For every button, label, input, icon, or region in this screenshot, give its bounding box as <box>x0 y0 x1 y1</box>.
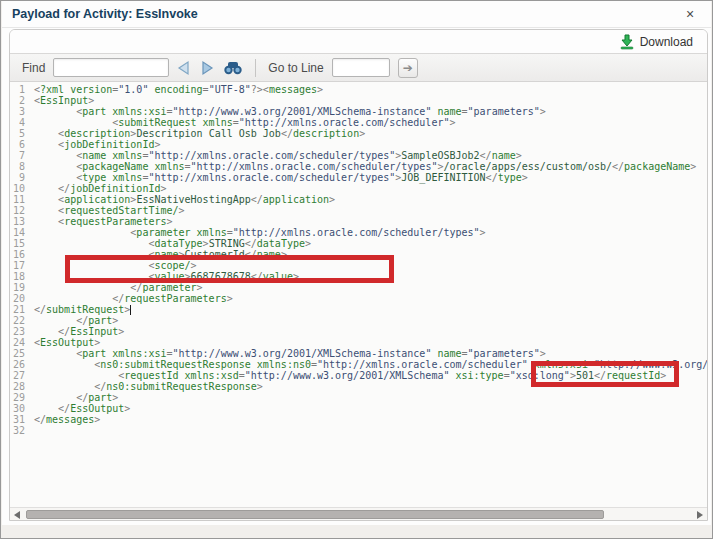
line-number: 15 <box>10 238 25 249</box>
code-line[interactable]: <packageName xmlns="http://xmlns.oracle.… <box>34 161 707 172</box>
find-bar: Find <box>10 53 707 82</box>
line-number: 11 <box>10 194 25 205</box>
code-line[interactable]: <requestedStartTime/> <box>34 205 707 216</box>
line-number: 26 <box>10 359 25 370</box>
code-line[interactable]: </part> <box>34 315 707 326</box>
download-icon <box>619 34 635 50</box>
code-line[interactable]: </messages> <box>34 414 707 425</box>
find-next-button[interactable] <box>199 60 215 76</box>
code-lines[interactable]: <?xml version="1.0" encoding="UTF-8"?><m… <box>27 82 707 507</box>
line-number: 22 <box>10 315 25 326</box>
customer-value-highlight <box>65 255 394 283</box>
line-number: 3 <box>10 106 25 117</box>
payload-dialog: Payload for Activity: EssInvoke × Downlo… <box>0 0 713 539</box>
code-line[interactable]: </jobDefinitionId> <box>34 183 707 194</box>
binoculars-search-icon[interactable] <box>223 60 243 76</box>
code-line[interactable]: <dataType>STRING</dataType> <box>34 238 707 249</box>
code-line[interactable]: <jobDefinitionId> <box>34 139 707 150</box>
code-line[interactable]: <part xmlns:xsi="http://www.w3.org/2001/… <box>34 348 707 359</box>
code-line[interactable]: </requestParameters> <box>34 293 707 304</box>
close-icon[interactable]: × <box>681 5 699 23</box>
request-id-highlight <box>531 361 679 387</box>
line-number: 14 <box>10 227 25 238</box>
find-label: Find <box>22 61 45 75</box>
line-number: 32 <box>10 425 25 436</box>
goto-line-label: Go to Line <box>268 61 323 75</box>
toolbar-separator <box>255 59 256 77</box>
xml-payload-viewer[interactable]: 1234567891011121314151617181920212223242… <box>10 82 707 507</box>
code-line[interactable]: <?xml version="1.0" encoding="UTF-8"?><m… <box>34 84 707 95</box>
download-label: Download <box>640 35 693 49</box>
dialog-footer <box>2 525 713 539</box>
code-line[interactable]: </submitRequest> <box>34 304 707 315</box>
goto-line-button[interactable]: ➔ <box>398 58 418 78</box>
line-number: 29 <box>10 392 25 403</box>
horizontal-scrollbar[interactable] <box>10 507 707 521</box>
code-line[interactable]: </EssOutput> <box>34 403 707 414</box>
code-line[interactable]: <name xmlns="http://xmlns.oracle.com/sch… <box>34 150 707 161</box>
line-number: 16 <box>10 249 25 260</box>
line-number: 4 <box>10 117 25 128</box>
line-number: 6 <box>10 139 25 150</box>
line-number: 18 <box>10 271 25 282</box>
line-number: 20 <box>10 293 25 304</box>
line-number: 13 <box>10 216 25 227</box>
goto-arrow-icon: ➔ <box>403 61 413 75</box>
line-number: 25 <box>10 348 25 359</box>
line-number: 12 <box>10 205 25 216</box>
code-line[interactable] <box>34 425 707 436</box>
line-number: 1 <box>10 84 25 95</box>
line-number: 9 <box>10 172 25 183</box>
horizontal-scrollbar-thumb[interactable] <box>26 510 604 519</box>
line-number: 31 <box>10 414 25 425</box>
download-button[interactable]: Download <box>619 34 693 50</box>
text-cursor <box>130 305 131 315</box>
toolbar: Download <box>10 30 707 53</box>
line-number: 7 <box>10 150 25 161</box>
code-line[interactable]: <requestParameters> <box>34 216 707 227</box>
line-number: 30 <box>10 403 25 414</box>
code-line[interactable]: </parameter> <box>34 282 707 293</box>
line-number: 19 <box>10 282 25 293</box>
line-number: 2 <box>10 95 25 106</box>
code-line[interactable]: <EssOutput> <box>34 337 707 348</box>
code-line[interactable]: </part> <box>34 392 707 403</box>
code-line[interactable]: <application>EssNativeHostingApp</applic… <box>34 194 707 205</box>
code-line[interactable]: <parameter xmlns="http://xmlns.oracle.co… <box>34 227 707 238</box>
title-bar: Payload for Activity: EssInvoke × <box>2 1 711 28</box>
line-number: 17 <box>10 260 25 271</box>
code-line[interactable]: <description>Descritpion Call Osb Job</d… <box>34 128 707 139</box>
find-previous-button[interactable] <box>176 60 192 76</box>
line-number-gutter: 1234567891011121314151617181920212223242… <box>10 82 27 507</box>
goto-line-input[interactable] <box>332 58 390 77</box>
line-number: 24 <box>10 337 25 348</box>
scroll-right-icon[interactable] <box>697 511 703 519</box>
code-line[interactable]: </EssInput> <box>34 326 707 337</box>
line-number: 23 <box>10 326 25 337</box>
code-line[interactable]: <type xmlns="http://xmlns.oracle.com/sch… <box>34 172 707 183</box>
line-number: 21 <box>10 304 25 315</box>
line-number: 28 <box>10 381 25 392</box>
find-input[interactable] <box>53 58 169 77</box>
line-number: 8 <box>10 161 25 172</box>
line-number: 10 <box>10 183 25 194</box>
line-number: 5 <box>10 128 25 139</box>
scroll-left-icon[interactable] <box>14 511 20 519</box>
code-line[interactable]: <EssInput> <box>34 95 707 106</box>
page-title: Payload for Activity: EssInvoke <box>12 7 198 21</box>
code-line[interactable]: <submitRequest xmlns="http://xmlns.oracl… <box>34 117 707 128</box>
line-number: 27 <box>10 370 25 381</box>
code-line[interactable]: <part xmlns:xsi="http://www.w3.org/2001/… <box>34 106 707 117</box>
